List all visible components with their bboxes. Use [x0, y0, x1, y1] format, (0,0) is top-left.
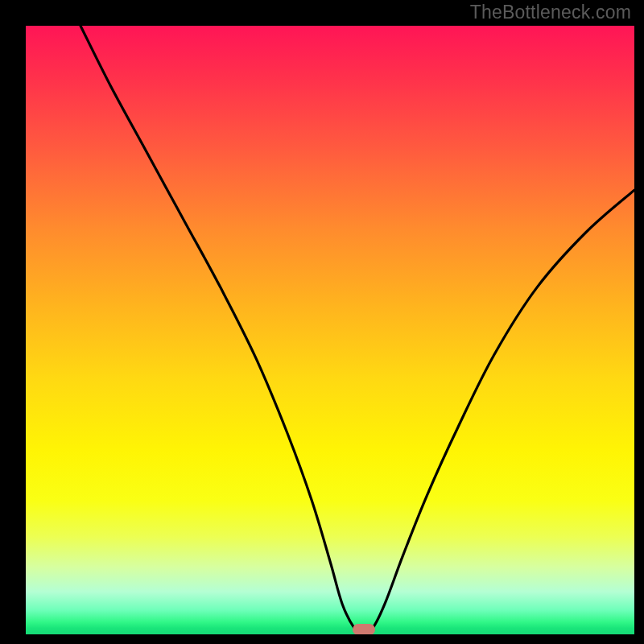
bottleneck-curve	[26, 26, 634, 634]
curve-path	[80, 26, 634, 634]
chart-frame: TheBottleneck.com	[0, 0, 644, 644]
attribution-label: TheBottleneck.com	[470, 2, 631, 23]
optimal-marker	[353, 624, 375, 634]
plot-area	[26, 26, 634, 634]
